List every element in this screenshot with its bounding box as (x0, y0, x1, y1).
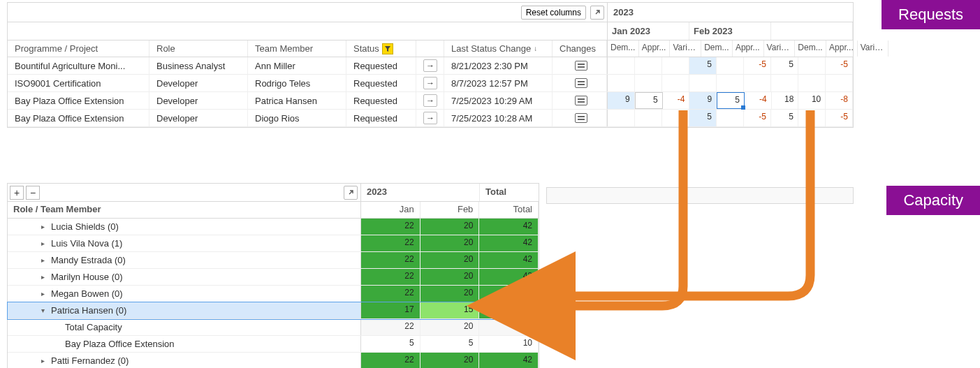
capacity-row[interactable]: Bay Plaza Office Extension5510 (8, 336, 539, 353)
value-cell[interactable] (662, 57, 689, 74)
value-cell[interactable] (689, 75, 717, 91)
value-subheader[interactable]: Appr... (639, 41, 671, 57)
table-row[interactable]: Bountiful Agriculture Moni...Business An… (8, 57, 853, 75)
table-row[interactable]: Bay Plaza Office ExtensionDeveloperPatri… (8, 92, 853, 110)
capacity-value[interactable]: 42 (479, 219, 539, 235)
value-cell[interactable] (744, 75, 771, 91)
month-header[interactable]: Jan 2023 (608, 22, 689, 40)
capacity-subheader[interactable]: Jan (361, 202, 420, 218)
status-forward-button[interactable]: → (423, 59, 437, 72)
expand-all-button[interactable]: + (10, 186, 24, 200)
popout-icon[interactable] (590, 6, 604, 20)
value-cell[interactable]: 5 (689, 110, 717, 126)
capacity-value[interactable]: 15 (420, 302, 480, 318)
table-row[interactable]: Bay Plaza Office ExtensionDeveloperDiogo… (8, 110, 853, 127)
capacity-value[interactable]: 22 (361, 269, 420, 285)
capacity-value[interactable]: 22 (361, 235, 420, 251)
status-forward-button[interactable]: → (423, 94, 437, 107)
value-cell[interactable] (771, 75, 798, 91)
capacity-row[interactable]: ▾Patrica Hansen (0)171532 (8, 302, 539, 319)
capacity-value[interactable]: 42 (479, 269, 539, 285)
value-cell[interactable] (662, 110, 689, 126)
value-cell[interactable]: 5 (771, 57, 798, 74)
value-cell[interactable] (635, 75, 662, 91)
capacity-row[interactable]: ▸Patti Fernandez (0)222042 (8, 353, 539, 368)
capacity-row[interactable]: ▸Mandy Estrada (0)222042 (8, 252, 539, 269)
capacity-row[interactable]: Total Capacity222042 (8, 319, 539, 336)
capacity-row[interactable]: ▸Megan Bowen (0)222042 (8, 286, 539, 302)
capacity-value[interactable]: 17 (361, 302, 420, 318)
capacity-value[interactable]: 20 (420, 219, 480, 235)
value-subheader[interactable]: Dem... (701, 41, 733, 57)
capacity-value[interactable]: 10 (479, 336, 539, 352)
chevron-down-icon[interactable]: ▾ (38, 307, 47, 314)
status-forward-button[interactable]: → (423, 112, 437, 124)
status-forward-button[interactable]: → (423, 77, 437, 89)
value-subheader[interactable]: Varia... (858, 41, 889, 57)
capacity-value[interactable]: 20 (420, 286, 480, 302)
value-cell[interactable] (608, 57, 635, 74)
value-cell[interactable]: -4 (745, 92, 772, 109)
value-cell[interactable]: 5 (635, 92, 663, 109)
capacity-row[interactable]: ▸Luis Vila Nova (1)222042 (8, 235, 539, 252)
capacity-value[interactable]: 32 (479, 302, 539, 318)
comment-icon[interactable] (575, 78, 587, 88)
value-cell[interactable]: -4 (663, 92, 690, 109)
col-role[interactable]: Role (149, 41, 248, 57)
value-cell[interactable] (798, 110, 826, 126)
value-cell[interactable]: 5 (771, 110, 798, 126)
col-changes[interactable]: Changes (553, 41, 607, 57)
col-team-member[interactable]: Team Member (248, 41, 346, 57)
comment-icon[interactable] (575, 61, 587, 71)
capacity-value[interactable]: 22 (361, 319, 420, 335)
capacity-value[interactable]: 22 (361, 353, 420, 368)
collapse-all-button[interactable]: − (26, 186, 40, 200)
value-cell[interactable] (662, 75, 689, 91)
capacity-value[interactable]: 20 (420, 319, 480, 335)
value-cell[interactable] (798, 75, 826, 91)
value-subheader[interactable]: Varia... (764, 41, 796, 57)
capacity-value[interactable]: 5 (361, 336, 420, 352)
value-cell[interactable] (635, 57, 662, 74)
value-cell[interactable] (717, 110, 744, 126)
month-header[interactable]: Feb 2023 (689, 22, 771, 40)
comment-icon[interactable] (575, 96, 587, 105)
value-cell[interactable]: -5 (826, 57, 853, 74)
value-cell[interactable]: 18 (772, 92, 799, 109)
value-subheader[interactable]: Appr... (733, 41, 764, 57)
capacity-value[interactable]: 42 (479, 252, 539, 268)
value-subheader[interactable]: Dem... (608, 41, 639, 57)
table-row[interactable]: ISO9001 CertificationDeveloperRodrigo Te… (8, 75, 853, 92)
capacity-value[interactable]: 22 (361, 286, 420, 302)
value-cell[interactable] (826, 75, 853, 91)
capacity-value[interactable]: 5 (420, 336, 480, 352)
col-last-status-change[interactable]: Last Status Change ↓ (444, 41, 553, 57)
capacity-value[interactable]: 42 (479, 286, 539, 302)
col-role-team-member[interactable]: Role / Team Member (8, 202, 360, 218)
chevron-right-icon[interactable]: ▸ (38, 290, 47, 297)
capacity-subheader[interactable]: Total (479, 202, 539, 218)
value-cell[interactable]: 5 (689, 57, 717, 74)
capacity-value[interactable]: 20 (420, 353, 480, 368)
capacity-value[interactable]: 20 (420, 235, 480, 251)
capacity-value[interactable]: 22 (361, 219, 420, 235)
capacity-row[interactable]: ▸Lucia Shields (0)222042 (8, 219, 539, 235)
capacity-value[interactable]: 42 (479, 319, 539, 335)
value-subheader[interactable]: Appr... (826, 41, 858, 57)
value-cell[interactable]: -8 (826, 92, 853, 109)
capacity-value[interactable]: 42 (479, 353, 539, 368)
value-cell[interactable]: -5 (744, 57, 771, 74)
value-cell[interactable]: -5 (826, 110, 853, 126)
popout-icon[interactable] (344, 186, 358, 200)
value-cell[interactable]: 10 (798, 92, 826, 109)
col-status[interactable]: Status (346, 41, 416, 57)
capacity-row[interactable]: ▸Marilyn House (0)222042 (8, 269, 539, 286)
value-cell[interactable] (717, 75, 744, 91)
value-cell[interactable]: 9 (689, 92, 717, 109)
capacity-subheader[interactable]: Feb (420, 202, 480, 218)
value-cell[interactable] (608, 75, 635, 91)
capacity-value[interactable]: 20 (420, 269, 480, 285)
value-cell[interactable]: -5 (744, 110, 771, 126)
value-cell[interactable]: 9 (608, 92, 635, 109)
value-cell[interactable] (798, 57, 826, 74)
